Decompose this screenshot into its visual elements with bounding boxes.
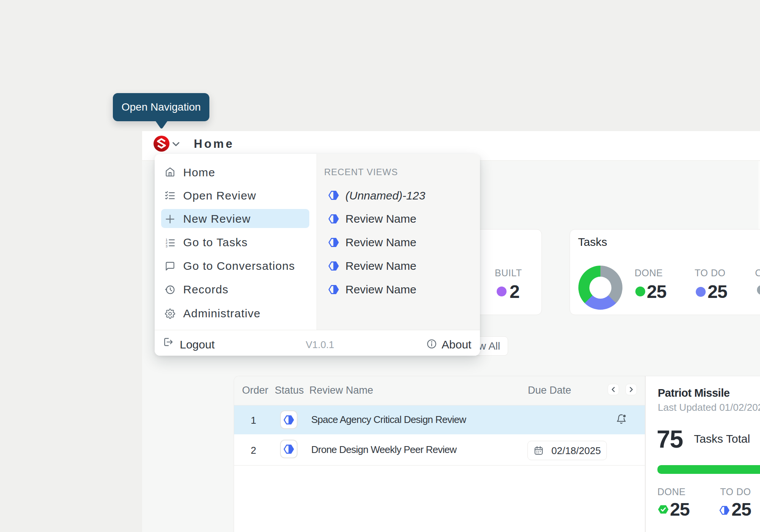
svg-text:3: 3 — [166, 244, 168, 248]
